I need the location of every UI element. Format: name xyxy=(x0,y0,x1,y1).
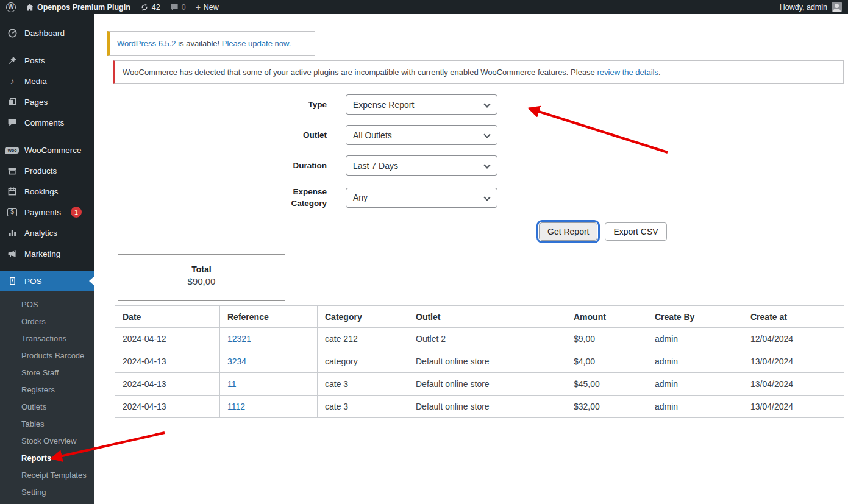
cell-create-at: 12/04/2024 xyxy=(743,328,844,350)
comment-bubble-icon xyxy=(170,3,179,12)
sidebar-item-label: Products xyxy=(24,166,57,176)
wordpress-logo-icon: W xyxy=(6,2,16,12)
column-header-create-at: Create at xyxy=(743,306,844,328)
sidebar-item-label: WooCommerce xyxy=(24,146,82,155)
column-header-reference: Reference xyxy=(220,306,318,328)
sidebar-item-bookings[interactable]: Bookings xyxy=(0,181,94,202)
outlet-select[interactable]: All Outlets xyxy=(346,125,497,145)
review-details-link[interactable]: review the details xyxy=(597,68,658,77)
main-content: WordPress 6.5.2 is available! Please upd… xyxy=(94,14,848,504)
cell-create-by: admin xyxy=(647,328,743,350)
column-header-category: Category xyxy=(318,306,408,328)
submenu-item-outlets[interactable]: Outlets xyxy=(0,399,94,416)
submenu-item-registers[interactable]: Registers xyxy=(0,382,94,399)
comments-link[interactable]: 0 xyxy=(170,3,186,12)
cell-reference: 12321 xyxy=(220,328,318,350)
sidebar-item-dashboard[interactable]: Dashboard xyxy=(0,23,94,43)
submenu-item-products-barcode[interactable]: Products Barcode xyxy=(0,347,94,364)
sidebar-item-posts[interactable]: Posts xyxy=(0,50,94,71)
get-report-button[interactable]: Get Report xyxy=(539,222,597,241)
reference-link[interactable]: 12321 xyxy=(227,334,251,344)
payments-dollar-icon: $ xyxy=(6,208,18,216)
new-content-button[interactable]: + New xyxy=(196,3,219,12)
site-name-link[interactable]: Openpos Premium Plugin xyxy=(26,3,130,12)
expense-category-select[interactable]: Any xyxy=(346,188,497,208)
submenu-item-pos[interactable]: POS xyxy=(0,296,94,313)
bar-chart-icon xyxy=(6,228,18,238)
reference-link[interactable]: 11 xyxy=(227,379,237,389)
report-filter-form: Type Expense Report Outlet All Outlets D… xyxy=(94,94,848,219)
submenu-item-receipt-templates[interactable]: Receipt Templates xyxy=(0,467,94,484)
submenu-item-orders[interactable]: Orders xyxy=(0,313,94,330)
cell-date: 2024-04-13 xyxy=(115,350,220,373)
woocommerce-warning-notice: WooCommerce has detected that some of yo… xyxy=(113,60,844,84)
update-notice-period: . xyxy=(289,39,291,48)
admin-bar: W Openpos Premium Plugin 42 0 xyxy=(0,0,848,14)
sidebar-item-label: Comments xyxy=(24,118,64,127)
sidebar-item-pages[interactable]: Pages xyxy=(0,91,94,112)
outlet-label: Outlet xyxy=(94,130,346,140)
cell-reference: 11 xyxy=(220,373,318,396)
calendar-icon xyxy=(6,186,18,196)
woocommerce-notice-period: . xyxy=(658,68,661,77)
sidebar-item-comments[interactable]: Comments xyxy=(0,112,94,133)
update-now-link[interactable]: Please update now xyxy=(222,39,289,48)
submenu-item-stock-overview[interactable]: Stock Overview xyxy=(0,433,94,450)
sidebar-item-woocommerce[interactable]: Woo WooCommerce xyxy=(0,140,94,160)
table-row: 2024-04-12 12321 cate 212 Outlet 2 $9,00… xyxy=(115,328,844,350)
cell-reference: 1112 xyxy=(220,396,318,418)
expense-report-table: Date Reference Category Outlet Amount Cr… xyxy=(115,305,844,418)
cell-amount: $32,00 xyxy=(566,396,647,418)
wordpress-menu-button[interactable]: W xyxy=(6,2,16,12)
expense-category-select-value: Any xyxy=(353,193,368,202)
cell-outlet: Outlet 2 xyxy=(408,328,566,350)
updates-link[interactable]: 42 xyxy=(140,3,160,12)
comments-bubble-icon xyxy=(6,118,18,127)
sidebar-item-analytics[interactable]: Analytics xyxy=(0,222,94,243)
wordpress-version-link[interactable]: WordPress 6.5.2 xyxy=(117,39,176,48)
total-value: $90,00 xyxy=(118,275,285,288)
home-icon xyxy=(26,3,34,12)
submenu-item-setting[interactable]: Setting xyxy=(0,484,94,501)
column-header-date: Date xyxy=(115,306,220,328)
sidebar-item-label: Bookings xyxy=(24,187,59,196)
sidebar-item-pos[interactable]: POS xyxy=(0,271,94,291)
export-csv-button[interactable]: Export CSV xyxy=(605,222,666,241)
reference-link[interactable]: 1112 xyxy=(227,402,245,411)
total-summary-box: Total $90,00 xyxy=(118,254,285,301)
type-label: Type xyxy=(94,100,346,109)
pushpin-icon xyxy=(6,55,18,65)
sidebar-item-label: Pages xyxy=(24,98,48,107)
cell-create-at: 13/04/2024 xyxy=(743,350,844,373)
submenu-item-tables[interactable]: Tables xyxy=(0,416,94,433)
sidebar-item-marketing[interactable]: Marketing xyxy=(0,243,94,264)
sidebar-item-label: Posts xyxy=(24,56,45,65)
cell-outlet: Default online store xyxy=(408,350,566,373)
site-name-label: Openpos Premium Plugin xyxy=(37,3,130,12)
submenu-item-reports[interactable]: Reports xyxy=(0,450,94,467)
wordpress-update-notice: WordPress 6.5.2 is available! Please upd… xyxy=(107,31,315,56)
cell-category: cate 3 xyxy=(318,396,408,418)
sidebar-item-label: POS xyxy=(24,277,42,286)
cell-category: cate 3 xyxy=(318,373,408,396)
reference-link[interactable]: 3234 xyxy=(227,357,246,366)
sidebar-item-payments[interactable]: $ Payments 1 xyxy=(0,202,94,222)
sidebar-item-label: Dashboard xyxy=(24,29,65,38)
dashboard-gauge-icon xyxy=(6,28,18,38)
user-avatar[interactable] xyxy=(832,2,842,12)
cell-create-at: 13/04/2024 xyxy=(743,396,844,418)
submenu-item-store-staff[interactable]: Store Staff xyxy=(0,364,94,382)
cell-outlet: Default online store xyxy=(408,373,566,396)
duration-select[interactable]: Last 7 Days xyxy=(346,155,497,176)
sidebar-item-products[interactable]: Products xyxy=(0,160,94,181)
sidebar-item-media[interactable]: ♪ Media xyxy=(0,71,94,91)
type-select-value: Expense Report xyxy=(353,100,414,110)
submenu-item-transactions[interactable]: Transactions xyxy=(0,330,94,347)
howdy-account-link[interactable]: Howdy, admin xyxy=(780,3,827,12)
column-header-create-by: Create By xyxy=(647,306,743,328)
duration-select-value: Last 7 Days xyxy=(353,161,398,171)
cell-create-by: admin xyxy=(647,373,743,396)
type-select[interactable]: Expense Report xyxy=(346,94,497,115)
cell-date: 2024-04-12 xyxy=(115,328,220,350)
cell-category: category xyxy=(318,350,408,373)
